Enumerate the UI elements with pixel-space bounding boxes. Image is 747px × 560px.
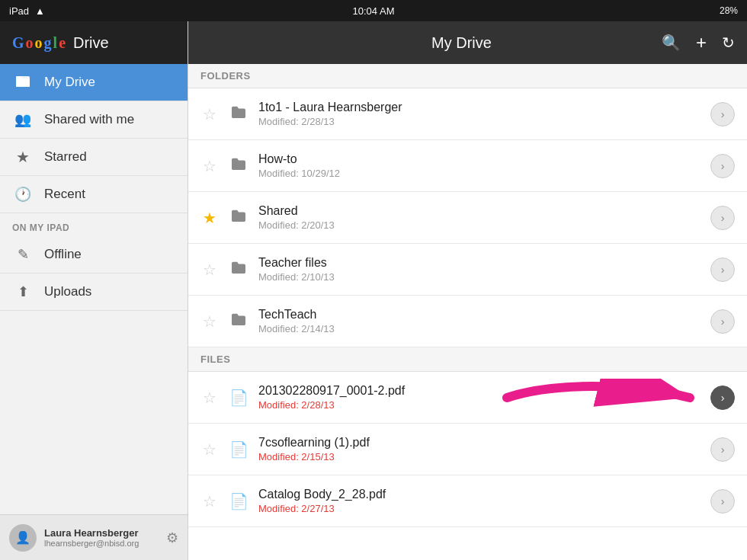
sidebar-nav: My Drive 👥 Shared with me ★ Starred 🕐 Re… [0, 64, 188, 514]
battery-label: 28% [720, 5, 738, 16]
google-logo: G o o g l e [12, 34, 66, 52]
folders-section-header: FOLDERS [188, 64, 747, 88]
pdf-icon-1: 📄 [228, 389, 249, 407]
chevron-howto[interactable]: › [710, 154, 735, 178]
file-meta-pdf2: Modified: 2/15/13 [258, 451, 701, 462]
star-pdf1[interactable]: ☆ [200, 389, 219, 407]
file-meta-shared: Modified: 2/20/13 [258, 219, 701, 231]
chevron-pdf3[interactable]: › [710, 489, 735, 514]
file-info-pdf1: 201302280917_0001-2.pdf Modified: 2/28/1… [258, 384, 701, 411]
content-area: My Drive 🔍 + ↻ FOLDERS ☆ 1to1 - Laur [188, 21, 747, 560]
folder-icon-howto [228, 157, 249, 174]
file-meta-1to1: Modified: 2/28/13 [258, 116, 701, 127]
app-title: Drive [73, 34, 109, 52]
main-layout: G o o g l e Drive My Drive [0, 21, 747, 560]
sidebar: G o o g l e Drive My Drive [0, 21, 188, 560]
chevron-techteach[interactable]: › [710, 309, 735, 334]
file-info-howto: How-to Modified: 10/29/12 [258, 152, 701, 179]
star-pdf3[interactable]: ☆ [200, 492, 219, 510]
folder-row-techteach[interactable]: ☆ TechTeach Modified: 2/14/13 › [188, 296, 747, 347]
status-right: 28% [720, 5, 738, 16]
sidebar-item-starred[interactable]: ★ Starred [0, 139, 188, 176]
chevron-pdf1[interactable]: › [710, 386, 735, 410]
file-row-pdf2[interactable]: ☆ 📄 7csoflearning (1).pdf Modified: 2/15… [188, 424, 747, 475]
sidebar-item-my-drive[interactable]: My Drive [0, 64, 188, 101]
refresh-button[interactable]: ↻ [722, 34, 735, 52]
file-info-techteach: TechTeach Modified: 2/14/13 [258, 308, 701, 334]
file-info-pdf2: 7csoflearning (1).pdf Modified: 2/15/13 [258, 436, 701, 462]
time-display: 10:04 AM [353, 5, 395, 17]
chevron-teacher[interactable]: › [710, 258, 735, 282]
file-meta-techteach: Modified: 2/14/13 [258, 323, 701, 334]
star-howto[interactable]: ☆ [200, 157, 219, 175]
file-meta-pdf3: Modified: 2/27/13 [258, 503, 701, 514]
star-1to1[interactable]: ☆ [200, 105, 219, 123]
folder-icon-1to1 [228, 105, 249, 123]
chevron-shared[interactable]: › [710, 206, 735, 230]
star-techteach[interactable]: ☆ [200, 312, 219, 331]
star-pdf2[interactable]: ☆ [200, 440, 219, 459]
sidebar-item-offline[interactable]: ✎ Offline [0, 236, 188, 274]
status-bar: iPad ▲ 10:04 AM 28% [0, 0, 747, 21]
uploads-label: Uploads [44, 284, 91, 299]
file-meta-teacher: Modified: 2/10/13 [258, 271, 701, 283]
folder-row-teacher[interactable]: ☆ Teacher files Modified: 2/10/13 › [188, 244, 747, 296]
file-name-teacher: Teacher files [258, 256, 701, 270]
user-email: lhearnsberger@nbisd.org [44, 539, 159, 548]
file-name-pdf1: 201302280917_0001-2.pdf [258, 384, 701, 398]
on-my-ipad-label: ON MY IPAD [0, 213, 188, 236]
file-row-pdf3[interactable]: ☆ 📄 Catalog Body_2_28.pdf Modified: 2/27… [188, 475, 747, 527]
shared-label: Shared with me [44, 112, 134, 127]
offline-label: Offline [44, 247, 82, 262]
search-button[interactable]: 🔍 [662, 34, 681, 52]
google-letter-l: l [53, 34, 58, 52]
folder-icon-teacher [228, 261, 249, 278]
files-section-header: FILES [188, 347, 747, 372]
status-left: iPad ▲ [9, 5, 45, 17]
file-meta-pdf1: Modified: 2/28/13 [258, 399, 701, 411]
folder-row-howto[interactable]: ☆ How-to Modified: 10/29/12 › [188, 140, 747, 192]
sidebar-header: G o o g l e Drive [0, 21, 188, 64]
starred-label: Starred [44, 149, 87, 165]
content-header: My Drive 🔍 + ↻ [188, 21, 747, 64]
sidebar-item-uploads[interactable]: ⬆ Uploads [0, 274, 188, 311]
file-info-pdf3: Catalog Body_2_28.pdf Modified: 2/27/13 [258, 488, 701, 514]
google-letter-g: G [12, 34, 24, 52]
folder-icon-techteach [228, 312, 249, 330]
sidebar-item-shared[interactable]: 👥 Shared with me [0, 101, 188, 139]
my-drive-label: My Drive [44, 75, 95, 90]
file-name-1to1: 1to1 - Laura Hearnsberger [258, 101, 701, 114]
star-shared[interactable]: ★ [200, 209, 219, 227]
pdf-icon-3: 📄 [228, 492, 249, 510]
file-list: FOLDERS ☆ 1to1 - Laura Hearnsberger Modi… [188, 64, 747, 560]
recent-icon: 🕐 [12, 186, 34, 203]
file-name-howto: How-to [258, 152, 701, 166]
folder-row-shared[interactable]: ★ Shared Modified: 2/20/13 › [188, 192, 747, 244]
user-avatar: 👤 [9, 524, 37, 552]
svg-rect-2 [16, 76, 22, 79]
user-name: Laura Hearnsberger [44, 527, 159, 539]
file-name-pdf3: Catalog Body_2_28.pdf [258, 488, 701, 501]
chevron-1to1[interactable]: › [710, 102, 735, 126]
add-button[interactable]: + [696, 32, 707, 53]
header-actions: 🔍 + ↻ [662, 32, 735, 53]
sidebar-footer: 👤 Laura Hearnsberger lhearnsberger@nbisd… [0, 514, 188, 560]
sidebar-item-recent[interactable]: 🕐 Recent [0, 176, 188, 213]
uploads-icon: ⬆ [12, 283, 34, 300]
file-row-pdf1[interactable]: ☆ 📄 201302280917_0001-2.pdf Modified: 2/… [188, 372, 747, 424]
file-info-shared: Shared Modified: 2/20/13 [258, 204, 701, 231]
starred-icon: ★ [12, 148, 34, 166]
folder-row-1to1[interactable]: ☆ 1to1 - Laura Hearnsberger Modified: 2/… [188, 88, 747, 140]
google-letter-o1: o [26, 34, 34, 52]
google-letter-e: e [59, 34, 66, 52]
wifi-icon: ▲ [35, 5, 45, 17]
pdf-icon-2: 📄 [228, 440, 249, 459]
file-name-techteach: TechTeach [258, 308, 701, 322]
chevron-pdf2[interactable]: › [710, 437, 735, 462]
star-teacher[interactable]: ☆ [200, 261, 219, 279]
google-letter-g2: g [44, 34, 52, 52]
file-meta-howto: Modified: 10/29/12 [258, 168, 701, 179]
gear-button[interactable]: ⚙ [166, 530, 178, 546]
svg-rect-1 [16, 78, 30, 87]
user-info: Laura Hearnsberger lhearnsberger@nbisd.o… [44, 527, 159, 548]
